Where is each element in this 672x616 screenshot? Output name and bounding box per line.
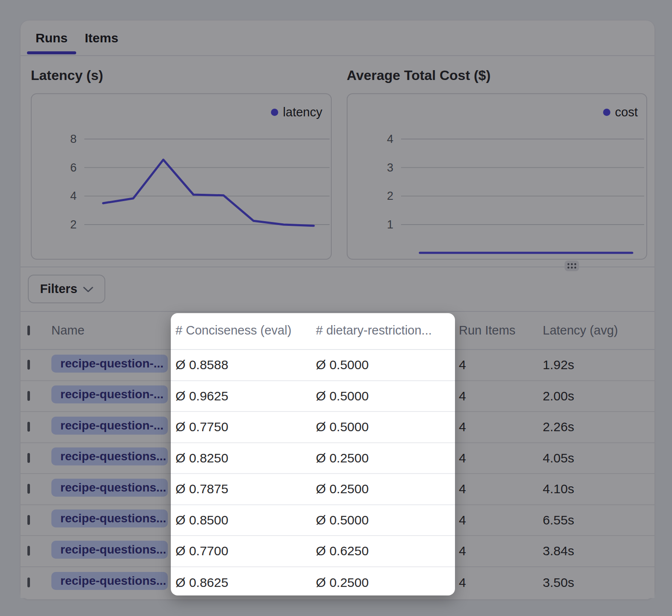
column-header-dietary-restriction[interactable]: # dietary-restriction... [316, 323, 459, 338]
filters-button-label: Filters [40, 282, 77, 296]
cost-chart-title: Average Total Cost ($) [347, 68, 491, 83]
latency-chart-legend: latency [271, 105, 322, 119]
dietary-restriction-score-cell: Ø 0.2500 [316, 482, 459, 496]
latency-avg-cell: 1.92s [543, 358, 654, 372]
cost-line-chart: 1234 [347, 93, 647, 260]
latency-avg-cell: 2.00s [543, 389, 654, 403]
row-checkbox[interactable] [27, 391, 30, 401]
cost-chart-panel: 1234 cost [347, 93, 647, 260]
run-items-cell: 4 [459, 451, 543, 465]
run-name-badge[interactable]: recipe-questions... [51, 509, 168, 527]
tab-runs[interactable]: Runs [27, 21, 76, 55]
svg-text:1: 1 [387, 218, 393, 231]
run-items-cell: 4 [459, 513, 543, 527]
table-row: recipe-questions...Ø 0.8250Ø 0.250044.05… [21, 443, 654, 474]
svg-text:6: 6 [70, 161, 77, 174]
latency-avg-cell: 4.05s [543, 451, 654, 465]
cost-chart-legend: cost [603, 105, 638, 119]
table-row: recipe-questions...Ø 0.8500Ø 0.500046.55… [21, 505, 654, 536]
row-checkbox[interactable] [27, 546, 30, 556]
run-items-cell: 4 [459, 482, 543, 496]
cost-legend-dot [603, 109, 610, 116]
conciseness-score-cell: Ø 0.7700 [175, 544, 316, 558]
column-header-latency-avg[interactable]: Latency (avg) [543, 323, 654, 338]
table-row: recipe-question-...Ø 0.7750Ø 0.500042.26… [21, 412, 654, 443]
tab-bar: Runs Items [27, 21, 127, 55]
row-checkbox[interactable] [27, 422, 30, 432]
drag-handle[interactable] [565, 261, 579, 271]
grip-dots-icon [567, 263, 577, 269]
column-header-name[interactable]: Name [51, 323, 175, 338]
dietary-restriction-score-cell: Ø 0.6250 [316, 544, 459, 558]
run-name-badge[interactable]: recipe-question-... [51, 355, 168, 373]
latency-avg-cell: 4.10s [543, 482, 654, 496]
latency-avg-cell: 3.84s [543, 544, 654, 558]
row-checkbox[interactable] [27, 515, 30, 525]
column-header-run-items[interactable]: Run Items [459, 323, 543, 338]
charts-section-divider [21, 267, 654, 267]
table-row: recipe-questions...Ø 0.7875Ø 0.250044.10… [21, 474, 654, 505]
table-header: Name # Conciseness (eval) # dietary-rest… [21, 311, 654, 350]
latency-chart-title: Latency (s) [31, 68, 103, 83]
latency-legend-label: latency [283, 105, 322, 119]
row-checkbox[interactable] [27, 578, 30, 587]
svg-text:8: 8 [70, 133, 77, 145]
latency-avg-cell: 3.50s [543, 575, 654, 590]
runs-table: Name # Conciseness (eval) # dietary-rest… [21, 311, 654, 598]
run-items-cell: 4 [459, 389, 543, 403]
run-items-cell: 4 [459, 575, 543, 590]
dietary-restriction-score-cell: Ø 0.5000 [316, 420, 459, 434]
table-row: recipe-question-...Ø 0.8588Ø 0.500041.92… [21, 350, 654, 381]
row-checkbox[interactable] [27, 453, 30, 463]
run-name-badge[interactable]: recipe-questions... [51, 479, 168, 497]
tab-bar-divider [21, 55, 654, 56]
table-body: recipe-question-...Ø 0.8588Ø 0.500041.92… [21, 350, 654, 598]
dietary-restriction-score-cell: Ø 0.2500 [316, 451, 459, 465]
cost-legend-label: cost [615, 105, 638, 119]
svg-text:4: 4 [70, 190, 77, 202]
row-checkbox[interactable] [27, 360, 30, 370]
run-items-cell: 4 [459, 420, 543, 434]
column-header-conciseness[interactable]: # Conciseness (eval) [175, 323, 316, 338]
dietary-restriction-score-cell: Ø 0.5000 [316, 389, 459, 403]
latency-legend-dot [271, 109, 278, 116]
dietary-restriction-score-cell: Ø 0.5000 [316, 358, 459, 372]
row-checkbox[interactable] [27, 484, 30, 494]
run-name-badge[interactable]: recipe-question-... [51, 417, 168, 435]
page-background: { "tabs": [ {"label": "Runs", "active": … [0, 0, 672, 616]
conciseness-score-cell: Ø 0.7750 [175, 420, 316, 434]
conciseness-score-cell: Ø 0.8250 [175, 451, 316, 465]
svg-text:2: 2 [70, 218, 77, 231]
latency-avg-cell: 6.55s [543, 513, 654, 527]
table-row: recipe-questions...Ø 0.7700Ø 0.625043.84… [21, 536, 654, 567]
run-name-badge[interactable]: recipe-questions... [51, 447, 168, 465]
run-name-badge[interactable]: recipe-questions... [51, 541, 168, 559]
dietary-restriction-score-cell: Ø 0.2500 [316, 575, 459, 590]
select-all-checkbox[interactable] [27, 326, 30, 335]
chevron-down-icon [83, 287, 93, 293]
run-items-cell: 4 [459, 544, 543, 558]
active-tab-underline [27, 51, 76, 54]
tab-items[interactable]: Items [76, 21, 127, 55]
latency-chart-panel: 2468 latency [31, 93, 332, 260]
conciseness-score-cell: Ø 0.8588 [175, 358, 316, 372]
conciseness-score-cell: Ø 0.9625 [175, 389, 316, 403]
dietary-restriction-score-cell: Ø 0.5000 [316, 513, 459, 527]
table-row: recipe-questions...Ø 0.8625Ø 0.250043.50… [21, 567, 654, 598]
conciseness-score-cell: Ø 0.8625 [175, 575, 316, 590]
run-items-cell: 4 [459, 358, 543, 372]
conciseness-score-cell: Ø 0.8500 [175, 513, 316, 527]
runs-dashboard-card: Runs Items Latency (s) Average Total Cos… [21, 21, 654, 599]
tab-runs-label: Runs [36, 31, 68, 45]
svg-text:4: 4 [387, 133, 393, 145]
tab-items-label: Items [85, 31, 118, 45]
filters-button[interactable]: Filters [28, 275, 105, 303]
conciseness-score-cell: Ø 0.7875 [175, 482, 316, 496]
table-row: recipe-question-...Ø 0.9625Ø 0.500042.00… [21, 381, 654, 412]
latency-avg-cell: 2.26s [543, 420, 654, 434]
svg-text:2: 2 [387, 190, 393, 202]
run-name-badge[interactable]: recipe-question-... [51, 385, 168, 403]
svg-text:3: 3 [387, 161, 393, 174]
run-name-badge[interactable]: recipe-questions... [51, 572, 168, 590]
